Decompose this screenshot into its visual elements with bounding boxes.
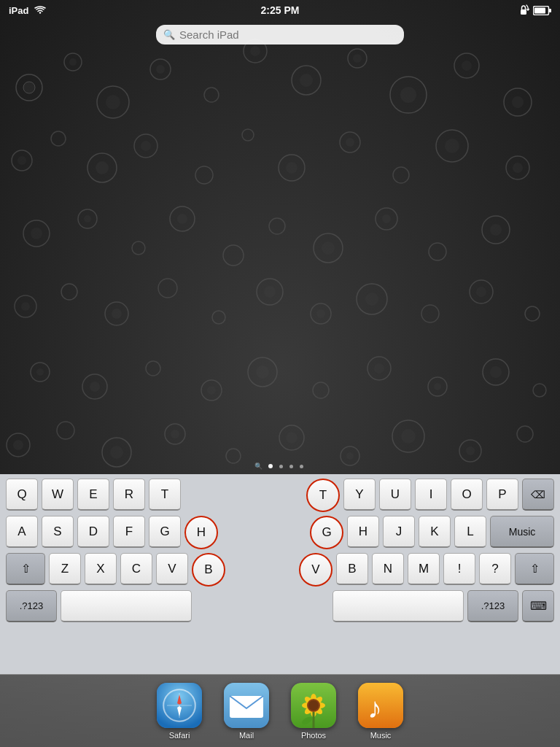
svg-point-91 [57,422,74,439]
key-search[interactable]: Music [490,516,554,548]
status-bar: iPad 2:25 PM [0,0,560,20]
svg-point-78 [207,386,216,395]
svg-point-39 [23,220,50,247]
svg-point-97 [279,425,304,450]
svg-point-79 [248,357,277,387]
svg-point-38 [513,163,523,173]
svg-point-41 [78,209,97,228]
page-dot-3 [289,465,293,468]
key-D[interactable]: D [77,516,109,548]
key-W[interactable]: W [42,479,74,511]
svg-point-60 [158,279,177,298]
safari-icon-svg [157,683,202,728]
key-R[interactable]: R [113,479,145,511]
key-shift-left[interactable]: ⇧ [6,553,45,585]
svg-point-1 [23,82,35,93]
status-left: iPad [9,5,46,16]
svg-rect-108 [549,9,551,12]
music-label: Music [370,731,392,740]
key-keyboard-dismiss[interactable]: ⌨ [522,590,554,622]
svg-point-65 [316,309,325,318]
svg-point-14 [353,54,362,63]
svg-point-86 [483,359,509,385]
keyboard-center-gap-row1 [222,479,265,512]
dock-item-mail[interactable]: Mail [224,683,269,740]
svg-point-98 [286,432,298,444]
key-M[interactable]: M [408,553,440,585]
svg-point-8 [204,88,219,102]
search-input-wrapper[interactable]: 🔍 [156,25,404,44]
svg-point-83 [374,363,384,374]
keyboard-left-row3: ⇧ Z X C V B [6,553,225,587]
key-numbers-left[interactable]: .?123 [6,590,57,622]
search-input[interactable] [179,28,397,41]
key-V-left[interactable]: V [156,553,188,585]
svg-point-58 [105,302,128,325]
svg-point-101 [392,420,424,452]
battery-icon [533,6,551,15]
key-L[interactable]: L [454,516,486,548]
svg-rect-106 [521,9,526,15]
key-question[interactable]: ? [479,553,511,585]
key-Y-right[interactable]: Y [343,479,376,511]
key-V-right[interactable]: V [299,553,332,587]
key-F[interactable]: F [113,516,145,548]
svg-point-3 [69,58,77,66]
key-space-left[interactable] [61,590,192,622]
keyboard-row-1: Q W E R T T Y U I O P ⌫ [0,479,560,512]
key-space-right[interactable] [332,590,464,622]
keyboard-row-3: ⇧ Z X C V B V B N M ! ? ⇧ [0,553,560,587]
svg-point-62 [257,279,283,305]
key-shift-right[interactable]: ⇧ [515,553,554,585]
key-J[interactable]: J [383,516,415,548]
keyboard-center-gap-row2 [249,516,279,549]
keyboard-left-row2: A S D F G H [6,516,218,549]
svg-point-5 [106,95,120,109]
key-Z[interactable]: Z [49,553,81,585]
svg-point-16 [400,87,416,103]
key-T-left[interactable]: T [149,479,181,511]
svg-point-21 [12,150,32,171]
keyboard-right-row2: G H J K L Music [310,516,554,549]
key-exclamation[interactable]: ! [443,553,475,585]
svg-rect-109 [534,7,545,13]
key-Q[interactable]: Q [6,479,38,511]
svg-point-77 [201,380,222,400]
key-T-right[interactable]: T [306,479,340,512]
key-A[interactable]: A [6,516,38,548]
dock-item-music[interactable]: ♪ Music [358,683,403,740]
svg-point-87 [490,366,502,378]
key-U[interactable]: U [379,479,411,511]
key-G-left[interactable]: G [149,516,181,548]
key-C[interactable]: C [120,553,152,585]
key-G-right[interactable]: G [310,516,343,549]
dock-item-photos[interactable]: Photos [291,683,336,740]
key-I[interactable]: I [415,479,447,511]
key-K[interactable]: K [419,516,451,548]
key-B-left[interactable]: B [192,553,225,587]
svg-point-33 [346,138,354,147]
dock-item-safari[interactable]: Safari [157,683,202,740]
key-O[interactable]: O [451,479,483,511]
svg-point-24 [88,153,117,182]
key-P[interactable]: P [486,479,518,511]
key-H-right[interactable]: H [347,516,379,548]
key-X[interactable]: X [85,553,117,585]
keyboard-row-2: A S D F G H G H J K L Music [0,516,560,549]
key-B-right[interactable]: B [336,553,368,585]
search-bar[interactable]: 🔍 [156,25,404,44]
key-E[interactable]: E [77,479,109,511]
svg-point-40 [31,228,42,239]
status-right [518,4,551,16]
svg-point-76 [146,361,160,376]
key-H-left[interactable]: H [184,516,218,549]
key-S[interactable]: S [42,516,74,548]
keyboard-left-row1: Q W E R T [6,479,181,512]
key-numbers-right[interactable]: .?123 [467,590,518,622]
key-backspace[interactable]: ⌫ [522,479,554,511]
key-N[interactable]: N [372,553,404,585]
svg-point-34 [393,167,409,183]
status-time: 2:25 PM [261,4,300,16]
svg-point-7 [156,65,165,74]
svg-point-43 [132,241,145,255]
